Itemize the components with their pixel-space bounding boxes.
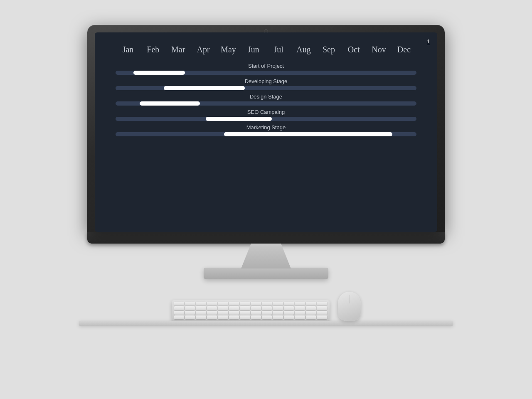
keyboard-key [262,306,272,310]
keyboard-key [207,315,217,319]
keyboard-key [229,306,239,310]
month-label: Aug [291,45,316,54]
keyboard-area [172,292,361,321]
keyboard-key [295,306,305,310]
keyboard-key [196,302,206,305]
stand-base [204,268,328,279]
keyboard-key [273,315,283,319]
gantt-row-label: SEO Campaing [111,109,421,115]
desk-surface [79,321,453,326]
keyboard-key [218,302,228,305]
month-label: Sep [316,45,341,54]
keyboard-key [306,315,316,319]
keyboard-key [207,302,217,305]
keyboard-key [273,302,283,305]
month-label: Nov [367,45,392,54]
gantt-row: Design Stage [111,94,421,106]
keyboard-key [284,302,294,305]
gantt-bar [133,71,185,75]
keyboard-key [317,302,327,305]
gantt-track [116,71,416,75]
month-label: Mar [166,45,191,54]
scene: 1 JanFebMarAprMayJunJulAugSepOctNovDec S… [0,0,532,399]
keyboard-key [185,311,195,315]
keyboard-key [185,302,195,305]
keyboard-key [240,315,250,319]
keyboard-key [262,311,272,315]
keyboard-key [295,302,305,305]
gantt-track [116,101,416,106]
keyboard-key [218,311,228,315]
keyboard-key [262,302,272,305]
keyboard-key [251,306,261,310]
gantt-row: Start of Project [111,63,421,75]
keyboard-key [229,302,239,305]
keyboard-key [284,306,294,310]
keyboard [172,300,330,321]
keyboard-key [207,311,217,315]
month-label: Jan [116,45,140,54]
keyboard-key [306,302,316,305]
keyboard-key [295,311,305,315]
gantt-row-label: Design Stage [111,94,421,100]
keyboard-key [240,306,250,310]
keyboard-key [218,306,228,310]
monitor: 1 JanFebMarAprMayJunJulAugSepOctNovDec S… [87,25,445,279]
keyboard-key [229,311,239,315]
keyboard-key [284,311,294,315]
monitor-chin [87,232,445,244]
keyboard-key [240,302,250,305]
keyboard-key [306,311,316,315]
keyboard-key [295,315,305,319]
keyboard-key [174,302,184,305]
keyboard-key [196,306,206,310]
months-row: JanFebMarAprMayJunJulAugSepOctNovDec [111,45,421,54]
keyboard-key [185,315,195,319]
keyboard-key [207,306,217,310]
gantt-bar [224,132,392,136]
gantt-track [116,86,416,90]
gantt-row-label: Start of Project [111,63,421,69]
keyboard-key [251,315,261,319]
keyboard-key [174,306,184,310]
keyboard-key [196,315,206,319]
month-label: Apr [191,45,216,54]
month-label: May [216,45,241,54]
keyboard-key [229,315,239,319]
month-label: Feb [140,45,165,54]
keyboard-key [317,315,327,319]
keyboard-key [273,306,283,310]
keyboard-key [284,315,294,319]
month-label: Oct [341,45,366,54]
keyboard-key [218,315,228,319]
keyboard-key [251,302,261,305]
gantt-track [116,132,416,136]
screen: 1 JanFebMarAprMayJunJulAugSepOctNovDec S… [95,32,437,232]
keyboard-key [306,306,316,310]
keyboard-key [196,311,206,315]
keyboard-key [317,311,327,315]
month-label: Dec [392,45,416,54]
keyboard-key [273,311,283,315]
month-label: Jun [241,45,266,54]
gantt-bar [140,101,200,106]
gantt-chart: Start of ProjectDeveloping StageDesign S… [111,63,421,140]
keyboard-key [174,311,184,315]
monitor-bezel: 1 JanFebMarAprMayJunJulAugSepOctNovDec S… [87,25,445,232]
gantt-bar [164,86,245,90]
gantt-row: SEO Campaing [111,109,421,121]
gantt-row-label: Developing Stage [111,78,421,84]
keyboard-key [240,311,250,315]
mouse [338,292,361,321]
gantt-bar [206,117,272,121]
gantt-track [116,117,416,121]
keyboard-key [174,315,184,319]
slide-number: 1 [427,38,430,45]
keyboard-key [185,306,195,310]
keyboard-key [317,306,327,310]
month-label: Jul [266,45,291,54]
gantt-row-label: Marketing Stage [111,124,421,131]
gantt-row: Marketing Stage [111,124,421,136]
keyboard-key [262,315,272,319]
stand-neck [241,244,291,268]
